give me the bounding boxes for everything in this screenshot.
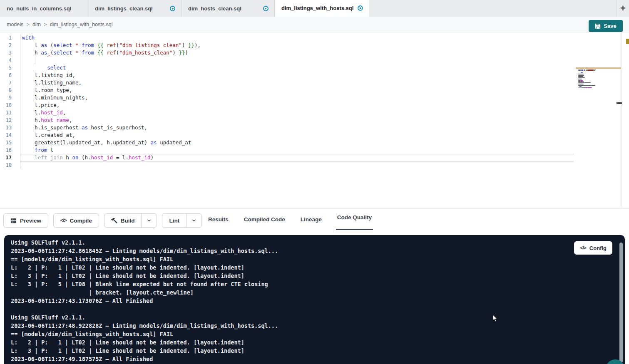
line-number: 6	[0, 72, 20, 79]
annotation-marker-warning[interactable]	[626, 39, 629, 44]
config-button[interactable]: </> Config	[574, 241, 612, 255]
code-line[interactable]: l.host_id,	[20, 109, 574, 116]
code-token: }}	[188, 42, 194, 48]
config-label: Config	[589, 245, 607, 251]
code-line[interactable]: h as (select * from {{ ref("dim_hosts_cl…	[20, 49, 574, 57]
tab-dim-hosts-clean[interactable]: dim_hosts_clean.sql	[181, 0, 275, 17]
code-line[interactable]: from l	[20, 146, 574, 154]
chevron-down-icon	[146, 218, 152, 223]
terminal-line: 2023-06-06T11:27:43.173076Z — All Finish…	[11, 297, 278, 305]
build-dropdown-button[interactable]	[141, 214, 157, 227]
tab-code-quality[interactable]: Code Quality	[336, 209, 373, 230]
breadcrumb-item-models[interactable]: models	[7, 22, 23, 27]
tab-results[interactable]: Results	[207, 209, 230, 230]
code-token: ,	[69, 117, 72, 123]
code-line[interactable]: l.price,	[20, 102, 574, 109]
code-token: host_id	[91, 154, 113, 161]
tab-no-nulls-in-columns[interactable]: no_nulls_in_columns.sql	[0, 0, 88, 17]
preview-button[interactable]: Preview	[3, 213, 48, 228]
build-button[interactable]: Build	[104, 214, 142, 227]
code-line[interactable]	[20, 57, 574, 64]
code-token: host_name	[41, 117, 69, 123]
lint-button[interactable]: Lint	[162, 214, 186, 227]
code-token: l.created_at,	[22, 132, 75, 138]
compile-button[interactable]: </> Compile	[53, 213, 99, 228]
line-number: 18	[0, 161, 20, 169]
code-token: "dim_hosts_clean"	[119, 50, 172, 56]
code-line[interactable]: l.minimum_nights,	[20, 94, 574, 102]
terminal-line: L: 2 | P: 1 | LT02 | Line should not be …	[11, 338, 278, 347]
code-line[interactable]: select	[20, 64, 574, 72]
code-token: ref	[107, 42, 116, 48]
code-token	[22, 64, 47, 71]
line-number: 9	[0, 94, 20, 102]
code-token: ref	[107, 50, 116, 56]
action-toolbar: Preview </> Compile Build Lint	[0, 208, 629, 230]
unsaved-changes-dot-icon[interactable]	[263, 6, 269, 11]
scrollbar-annotation-gutter[interactable]	[621, 32, 629, 208]
tab-label: Lineage	[301, 216, 322, 223]
code-line[interactable]: with	[20, 34, 574, 42]
code-line[interactable]: l.room_type,	[20, 87, 574, 94]
code-token: "dim_listings_clean"	[119, 42, 182, 48]
unsaved-changes-dot-icon[interactable]	[358, 5, 363, 11]
lint-squiggle	[47, 50, 50, 56]
tab-lineage[interactable]: Lineage	[299, 209, 323, 230]
minimap[interactable]	[578, 67, 609, 89]
line-number-gutter: 123456789101112131415161718	[0, 34, 20, 169]
lint-dropdown-button[interactable]	[186, 214, 201, 227]
code-token: select	[53, 50, 72, 56]
terminal-line: == [models/dim/dim_listings_with_hosts.s…	[11, 255, 278, 263]
tab-label: Compiled Code	[244, 216, 285, 223]
code-icon: </>	[580, 245, 586, 251]
indent-guide	[35, 57, 35, 64]
terminal-line: == [models/dim/dim_listings_with_hosts.s…	[11, 330, 278, 338]
terminal-line: L: 3 | P: 1 | LT02 | Line should not be …	[11, 272, 278, 280]
chevron-down-icon	[191, 218, 197, 223]
build-label: Build	[121, 218, 135, 224]
code-line[interactable]: h.host_name,	[20, 116, 574, 124]
terminal-scrollbar[interactable]	[619, 243, 623, 363]
code-token: ),	[194, 42, 201, 48]
tab-label: Code Quality	[337, 214, 372, 220]
code-token: host_is_superhost,	[88, 124, 147, 131]
code-token	[79, 42, 82, 48]
code-token: (h.	[78, 154, 91, 161]
chevron-right-icon: >	[44, 21, 47, 27]
code-line[interactable]: h.is_superhost as host_is_superhost,	[20, 124, 574, 131]
code-line[interactable]: l.listing_name,	[20, 79, 574, 87]
breadcrumb-item-dim[interactable]: dim	[32, 22, 41, 27]
terminal-line: L: 3 | P: 5 | LT08 | Blank line expected…	[11, 280, 278, 288]
code-token: updated_at	[157, 139, 191, 146]
tab-dim-listings-with-hosts[interactable]: dim_listings_with_hosts.sql	[275, 0, 369, 17]
line-number: 3	[0, 49, 20, 57]
code-token: as	[82, 124, 88, 131]
code-line[interactable]	[20, 161, 574, 169]
code-token: on	[72, 154, 78, 161]
code-line[interactable]: l.listing_id,	[20, 72, 574, 79]
new-tab-button[interactable]: +	[617, 0, 629, 17]
terminal-line: 2023-06-06T11:27:42.861845Z — Linting mo…	[11, 247, 278, 255]
tab-label: dim_listings_clean.sql	[95, 5, 153, 12]
line-number: 7	[0, 79, 20, 87]
code-line[interactable]: greatest(l.updated_at, h.updated_at) as …	[20, 139, 574, 146]
tab-label: dim_listings_with_hosts.sql	[281, 5, 353, 11]
tab-compiled-code[interactable]: Compiled Code	[243, 209, 286, 230]
code-editor[interactable]: 123456789101112131415161718 with l as (s…	[0, 32, 629, 208]
code-line[interactable]: left join h on (h.host_id = l.host_id)	[20, 154, 574, 161]
tab-dim-listings-clean[interactable]: dim_listings_clean.sql	[88, 0, 181, 17]
dbt-cloud-ide: { "colors": { "accent_teal": "#15737c", …	[0, 0, 629, 364]
terminal-panel[interactable]: Using SQLFluff v2.1.1.2023-06-06T11:27:4…	[4, 235, 625, 364]
compile-label: Compile	[70, 218, 92, 224]
code-token: l.listing_name,	[22, 79, 82, 86]
save-button[interactable]: Save	[589, 20, 623, 32]
unsaved-changes-dot-icon[interactable]	[170, 6, 175, 11]
code-area[interactable]: with l as (select * from {{ ref("dim_lis…	[20, 34, 574, 169]
code-line[interactable]: l as (select * from {{ ref("dim_listings…	[20, 42, 574, 49]
terminal-line: L: 3 | P: 1 | LT02 | Line should not be …	[11, 347, 278, 355]
minimap-line	[578, 88, 609, 89]
line-number: 12	[0, 116, 20, 124]
code-token: h.	[22, 117, 41, 123]
code-line[interactable]: l.created_at,	[20, 131, 574, 139]
line-number: 4	[0, 57, 20, 64]
